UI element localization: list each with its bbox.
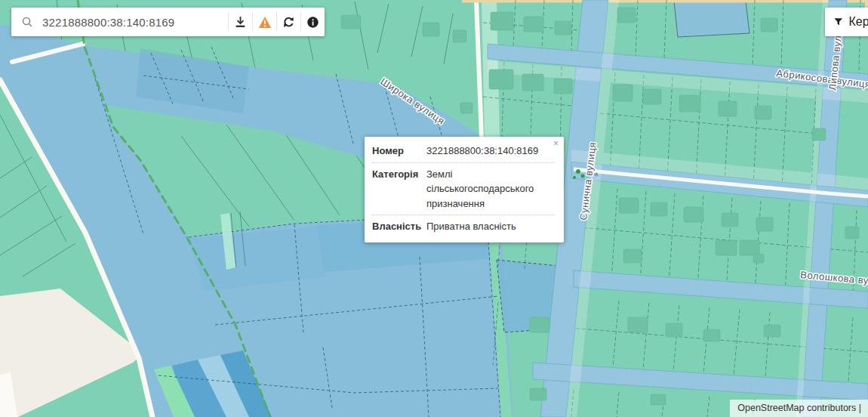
map-app: { "search_bar": { "value": "3221888800:3… [0,0,868,417]
layers-filter-label: Керування [849,15,868,29]
refresh-button[interactable] [277,8,300,36]
download-icon [234,16,247,29]
osm-attribution-link[interactable]: OpenStreetMap contributors | [737,403,861,413]
popup-value: Приватна власність [426,219,555,234]
popup-label: Власність [372,219,426,234]
warning-icon [258,16,272,29]
popup-close-button[interactable]: × [552,137,560,150]
map-attribution: OpenStreetMap contributors | [730,400,868,417]
info-icon [306,16,319,29]
search-icon [21,16,33,28]
refresh-icon [282,16,295,29]
popup-label: Категорія [372,167,426,212]
popup-label: Номер [372,144,426,159]
download-button[interactable] [229,8,252,36]
popup-value: 3221888800:38:140:8169 [426,144,555,159]
search-bar [11,8,325,36]
popup-value: Землі сільськогосподарського призначення [426,167,555,212]
funnel-icon [834,17,843,27]
popup-row-ownership: Власність Приватна власність [372,215,555,238]
popup-row-number: Номер 3221888800:38:140:8169 [372,140,555,162]
search-input[interactable] [41,15,228,29]
layers-filter-button[interactable]: Керування [825,8,868,36]
parcel-info-popup: × Номер 3221888800:38:140:8169 Категорія… [365,137,564,242]
popup-row-category: Категорія Землі сільськогосподарського п… [372,162,555,215]
warning-button[interactable] [253,8,276,36]
info-button[interactable] [301,8,325,36]
